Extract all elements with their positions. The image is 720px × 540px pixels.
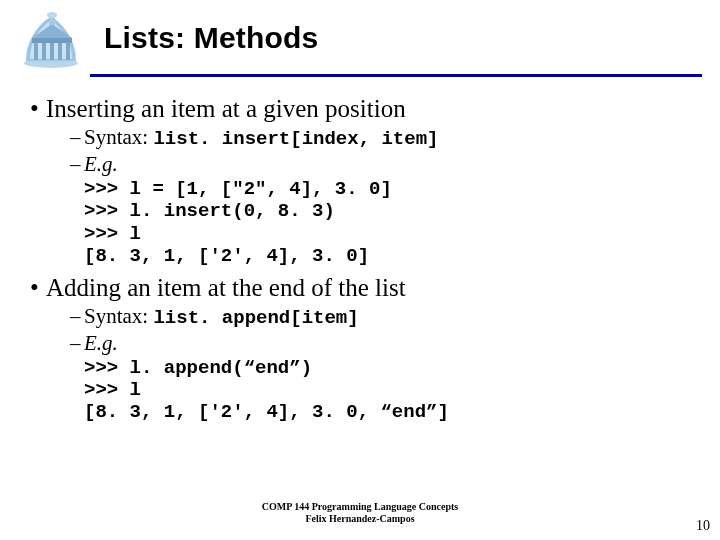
svg-rect-1 [34,42,38,60]
bullet-text: Adding an item at the end of the list [46,274,406,301]
bullet-inserting: •Inserting an item at a given position [30,95,720,123]
page-number: 10 [696,518,710,534]
svg-rect-4 [58,42,62,60]
syntax-code-append: list. append[item] [153,307,358,329]
svg-rect-5 [66,42,70,60]
eg-row-insert: –E.g. [70,152,720,177]
slide-content: •Inserting an item at a given position –… [0,77,720,424]
syntax-row-append: –Syntax: list. append[item] [70,304,720,329]
bullet-dot-icon: • [30,95,46,123]
syntax-label: Syntax: [84,125,148,149]
svg-point-8 [47,12,57,18]
footer-line-2: Felix Hernandez-Campos [0,513,720,525]
syntax-label: Syntax: [84,304,148,328]
eg-row-append: –E.g. [70,331,720,356]
eg-label: E.g. [84,152,118,176]
bullet-dot-icon: • [30,274,46,302]
syntax-code-insert: list. insert[index, item] [153,128,438,150]
bullet-text: Inserting an item at a given position [46,95,406,122]
svg-rect-6 [32,38,72,43]
footer-line-1: COMP 144 Programming Language Concepts [0,501,720,513]
unc-well-logo [16,6,86,70]
slide-header: Lists: Methods [0,0,720,70]
svg-rect-3 [50,42,54,60]
dash-icon: – [70,331,84,356]
code-block-insert: >>> l = [1, ["2", 4], 3. 0] >>> l. inser… [84,178,720,268]
slide-footer: COMP 144 Programming Language Concepts F… [0,501,720,524]
svg-rect-2 [42,42,46,60]
dash-icon: – [70,304,84,329]
eg-label: E.g. [84,331,118,355]
dash-icon: – [70,125,84,150]
syntax-row-insert: –Syntax: list. insert[index, item] [70,125,720,150]
bullet-append: •Adding an item at the end of the list [30,274,720,302]
slide-title: Lists: Methods [104,21,318,55]
dash-icon: – [70,152,84,177]
code-block-append: >>> l. append(“end”) >>> l [8. 3, 1, ['2… [84,357,720,424]
